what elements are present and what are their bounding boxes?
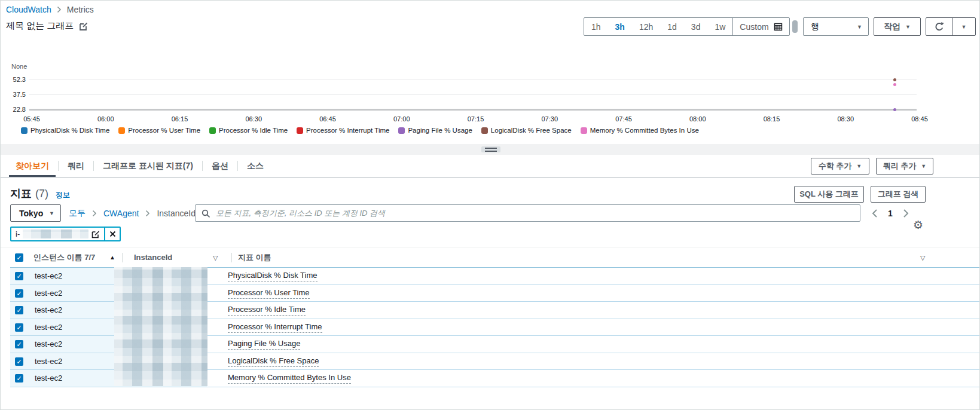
time-range-1d[interactable]: 1d bbox=[660, 18, 684, 35]
legend-color-marker bbox=[398, 127, 405, 134]
sql-graph-button[interactable]: SQL 사용 그래프 bbox=[794, 186, 864, 203]
next-page-button[interactable] bbox=[903, 209, 909, 218]
row-checkbox[interactable]: ✓ bbox=[15, 323, 23, 332]
instanceid-redacted-blur bbox=[23, 230, 88, 238]
remove-filter-button[interactable] bbox=[104, 228, 120, 240]
column-instance-name[interactable]: 인스턴스 이름 7/7 bbox=[33, 247, 95, 268]
metric-name-link[interactable]: PhysicalDisk % Disk Time bbox=[228, 271, 317, 282]
instanceid-filter-icon[interactable]: ▽ bbox=[213, 247, 218, 268]
graph-title-row: 제목 없는 그래프 bbox=[6, 20, 88, 32]
add-query-button[interactable]: 쿼리 추가 ▼ bbox=[876, 158, 933, 175]
column-instanceid[interactable]: InstanceId bbox=[134, 247, 172, 268]
x-axis-tick-label: 08:00 bbox=[689, 115, 706, 123]
legend-item[interactable]: Processor % Idle Time bbox=[209, 127, 288, 134]
refresh-icon bbox=[934, 22, 945, 32]
actions-button[interactable]: 작업 ▼ bbox=[874, 17, 921, 36]
resize-handle[interactable] bbox=[481, 146, 500, 152]
region-value: Tokyo bbox=[19, 209, 43, 218]
tab-2[interactable]: 쿼리 bbox=[59, 155, 93, 177]
legend-item[interactable]: Memory % Committed Bytes In Use bbox=[581, 127, 699, 134]
chart-legend: PhysicalDisk % Disk TimeProcessor % User… bbox=[21, 127, 699, 134]
row-checkbox[interactable]: ✓ bbox=[15, 306, 23, 314]
breadcrumb-metrics: Metrics bbox=[67, 5, 94, 14]
legend-item[interactable]: PhysicalDisk % Disk Time bbox=[21, 127, 109, 134]
tab-4[interactable]: 옵션 bbox=[203, 155, 237, 177]
namespace-all-link[interactable]: 모두 bbox=[69, 208, 86, 219]
caret-down-icon: ▼ bbox=[856, 163, 862, 169]
metric-name-link[interactable]: LogicalDisk % Free Space bbox=[228, 356, 319, 367]
refresh-button[interactable] bbox=[926, 18, 952, 35]
tab-5[interactable]: 소스 bbox=[238, 155, 273, 177]
column-metric-name[interactable]: 지표 이름 bbox=[238, 247, 271, 268]
time-range-3h[interactable]: 3h bbox=[608, 18, 632, 35]
namespace-cwagent-link[interactable]: CWAgent bbox=[103, 209, 139, 218]
info-link[interactable]: 정보 bbox=[56, 190, 70, 200]
line-style-value: 행 bbox=[811, 22, 819, 32]
drag-handle-icon bbox=[485, 148, 497, 152]
edit-filter-icon[interactable] bbox=[91, 230, 100, 238]
instance-name-cell: test-ec2 bbox=[35, 353, 62, 370]
pagination: 1 bbox=[871, 204, 909, 222]
region-selector[interactable]: Tokyo ▼ bbox=[10, 204, 61, 222]
tab-1[interactable]: 찾아보기 bbox=[7, 155, 58, 177]
legend-color-marker bbox=[118, 127, 125, 134]
metric-name-link[interactable]: Processor % Idle Time bbox=[228, 305, 306, 316]
y-axis-tick-label: 22.8 bbox=[1, 106, 26, 113]
instance-name-cell: test-ec2 bbox=[35, 268, 62, 284]
metric-name-link[interactable]: Processor % Interrupt Time bbox=[228, 322, 322, 333]
x-axis-tick-label: 07:15 bbox=[468, 115, 484, 123]
time-range-1w[interactable]: 1w bbox=[707, 18, 732, 35]
legend-item[interactable]: Paging File % Usage bbox=[398, 127, 472, 134]
add-query-label: 쿼리 추가 bbox=[883, 161, 917, 172]
data-point bbox=[893, 78, 896, 81]
metric-name-link[interactable]: Paging File % Usage bbox=[228, 339, 300, 350]
metrics-panel: 지표 (7) 정보 SQL 사용 그래프 그래프 검색 Tokyo ▼ 모두 C… bbox=[1, 178, 980, 410]
sort-ascending-icon[interactable]: ▲ bbox=[109, 247, 115, 268]
x-axis-tick-label: 07:00 bbox=[393, 115, 410, 123]
gear-icon[interactable]: ⚙ bbox=[913, 219, 923, 231]
graph-title: 제목 없는 그래프 bbox=[6, 20, 74, 32]
cloudwatch-metrics-page: CloudWatch Metrics 제목 없는 그래프 1h3h12h1d3d… bbox=[0, 0, 980, 410]
gridline bbox=[29, 94, 917, 95]
actions-label: 작업 bbox=[884, 22, 900, 32]
metric-name-link[interactable]: Memory % Committed Bytes In Use bbox=[228, 373, 351, 384]
scrollbar-thumb[interactable] bbox=[792, 20, 798, 33]
legend-color-marker bbox=[297, 127, 303, 134]
legend-item[interactable]: Processor % Interrupt Time bbox=[297, 127, 389, 134]
instance-name-cell: test-ec2 bbox=[35, 336, 62, 353]
data-point bbox=[893, 108, 896, 111]
legend-item[interactable]: LogicalDisk % Free Space bbox=[481, 127, 572, 134]
refresh-options-button[interactable]: ▼ bbox=[952, 18, 975, 35]
filter-tag-text: i- bbox=[16, 230, 20, 238]
page-number[interactable]: 1 bbox=[888, 209, 893, 218]
metric-name-link[interactable]: Processor % User Time bbox=[228, 288, 310, 299]
graph-search-button[interactable]: 그래프 검색 bbox=[871, 186, 926, 203]
previous-page-button[interactable] bbox=[871, 209, 878, 218]
chevron-right-icon bbox=[92, 210, 97, 217]
custom-label: Custom bbox=[740, 22, 768, 32]
breadcrumb-cloudwatch-link[interactable]: CloudWatch bbox=[6, 5, 51, 14]
add-math-button[interactable]: 수학 추가 ▼ bbox=[811, 158, 869, 175]
gridline bbox=[29, 79, 917, 80]
row-checkbox[interactable]: ✓ bbox=[15, 289, 23, 298]
x-axis-tick-label: 08:15 bbox=[764, 115, 780, 123]
tab-3[interactable]: 그래프로 표시된 지표(7) bbox=[94, 155, 202, 177]
edit-title-icon[interactable] bbox=[79, 22, 88, 31]
x-axis-tick-label: 06:45 bbox=[319, 115, 336, 123]
metrics-heading: 지표 (7) 정보 bbox=[10, 186, 70, 201]
breadcrumb: CloudWatch Metrics bbox=[6, 5, 94, 14]
row-checkbox[interactable]: ✓ bbox=[15, 357, 23, 366]
row-checkbox[interactable]: ✓ bbox=[15, 374, 23, 383]
row-checkbox[interactable]: ✓ bbox=[15, 340, 23, 348]
filter-tag-body: i- bbox=[11, 228, 104, 240]
line-style-select[interactable]: 행 ▼ bbox=[803, 17, 869, 36]
time-range-3d[interactable]: 3d bbox=[684, 18, 708, 35]
time-range-1h[interactable]: 1h bbox=[584, 18, 608, 35]
metric-filter-icon[interactable]: ▽ bbox=[920, 247, 925, 268]
custom-time-range-button[interactable]: Custom bbox=[733, 18, 789, 35]
row-checkbox[interactable]: ✓ bbox=[15, 272, 23, 280]
metrics-search-input[interactable] bbox=[196, 205, 860, 221]
time-range-12h[interactable]: 12h bbox=[632, 18, 660, 35]
legend-item[interactable]: Processor % User Time bbox=[118, 127, 200, 134]
select-all-checkbox[interactable]: ✓ bbox=[15, 253, 23, 262]
